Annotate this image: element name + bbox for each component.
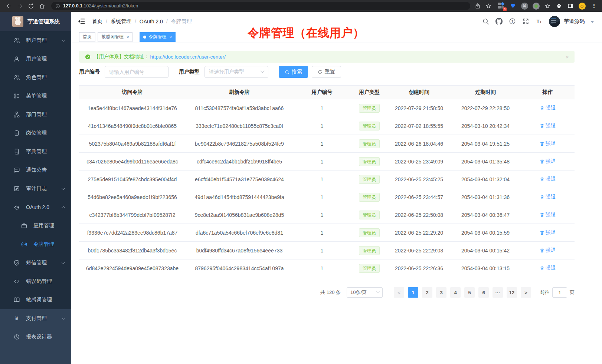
sidebar-item-oauth2-app[interactable]: 应用管理 <box>0 216 71 235</box>
gem-extension-icon[interactable] <box>509 2 517 10</box>
doc-link[interactable]: https://doc.iocoder.cn/user-center/ <box>150 54 226 60</box>
breadcrumb-item[interactable]: OAuth 2.0 <box>140 19 163 24</box>
sidebar-item-oauth2-token[interactable]: 令牌管理 <box>0 235 71 254</box>
sidebar-item-notice[interactable]: 通知公告 <box>0 161 71 179</box>
font-size-icon[interactable] <box>536 18 543 25</box>
sidebar-item-post[interactable]: 岗位管理 <box>0 124 71 142</box>
sidebar-menu: 租户管理 用户管理 角色管理 菜单管理 部门管理 岗位管理 字典管理 <box>0 31 71 364</box>
url-text: 127.0.0.1:1024/system/oauth2/token <box>63 3 138 9</box>
sidebar-item-dept[interactable]: 部门管理 <box>0 105 71 124</box>
annotation-text: 令牌管理（在线用户） <box>248 25 364 41</box>
user-type-badge: 管理员 <box>359 246 380 255</box>
tab-label: 令牌管理 <box>148 34 166 40</box>
user-id-input[interactable] <box>109 69 164 75</box>
page-button-12[interactable]: 12 <box>507 287 517 298</box>
next-page-button[interactable]: > <box>521 287 531 298</box>
browser-home-icon[interactable] <box>37 1 47 11</box>
prev-page-button[interactable]: < <box>394 287 404 298</box>
sidebar-item-pay[interactable]: 支付管理 <box>0 309 71 328</box>
star-extension-icon[interactable] <box>544 2 551 10</box>
share-icon[interactable] <box>475 3 481 9</box>
sidebar-item-error-code[interactable]: 错误码管理 <box>0 272 71 291</box>
force-logout-button[interactable]: 强退 <box>540 158 556 165</box>
address-bar[interactable]: 127.0.0.1:1024/system/oauth2/token <box>51 2 470 10</box>
page-size-select[interactable]: 10条/页 <box>347 287 383 298</box>
sidebar-item-user[interactable]: 用户管理 <box>0 50 71 68</box>
help-icon[interactable] <box>509 18 516 25</box>
emoji-extension-icon[interactable]: ☺ <box>578 2 586 10</box>
force-logout-button[interactable]: 强退 <box>540 211 556 218</box>
sidebar-item-label: 应用管理 <box>33 222 54 229</box>
sidebar-item-label: 审计日志 <box>26 185 47 192</box>
grid-extension-icon[interactable]: 9 <box>498 2 505 10</box>
alert-close-icon[interactable]: × <box>566 54 569 60</box>
page-button-6[interactable]: 6 <box>478 287 489 298</box>
command-extension-icon[interactable]: ⌘ <box>521 2 528 10</box>
app-logo[interactable]: 芋道管理系统 <box>0 12 71 31</box>
sidebar-item-oauth2[interactable]: OAuth 2.0 <box>0 198 71 216</box>
force-logout-button[interactable]: 强退 <box>540 176 556 182</box>
tab-close-icon[interactable]: × <box>127 35 129 39</box>
sidebar-item-audit-log[interactable]: 审计日志 <box>0 179 71 198</box>
chevron-down-icon <box>376 289 380 293</box>
force-logout-button[interactable]: 强退 <box>540 122 556 129</box>
page-button-5[interactable]: 5 <box>464 287 475 298</box>
force-logout-button[interactable]: 强退 <box>540 265 556 271</box>
browser-menu-icon[interactable]: ⋮ <box>590 3 598 9</box>
page-button-2[interactable]: 2 <box>422 287 432 298</box>
browser-forward-icon[interactable] <box>15 1 24 11</box>
search-button[interactable]: 搜索 <box>279 66 308 78</box>
chevron-down-icon[interactable] <box>591 21 594 23</box>
user-type-badge: 管理员 <box>359 264 380 273</box>
force-logout-button[interactable]: 强退 <box>540 105 556 111</box>
force-logout-button[interactable]: 强退 <box>540 140 556 147</box>
reset-button[interactable]: 重置 <box>312 66 341 78</box>
tab-home[interactable]: 首页 <box>79 32 95 42</box>
user-type-label: 用户类型 <box>179 69 200 75</box>
avatar[interactable] <box>549 16 560 27</box>
browser-back-icon[interactable] <box>4 1 13 11</box>
breadcrumb-item[interactable]: 系统管理 <box>111 18 131 25</box>
table-row: c347026e805e4d99b0d116eae66eda8c cdfc4ce… <box>79 153 575 171</box>
user-id-field[interactable] <box>105 66 169 78</box>
breadcrumb-item[interactable]: 首页 <box>92 18 102 25</box>
sidebar-item-role[interactable]: 角色管理 <box>0 68 71 87</box>
page-button-1[interactable]: 1 <box>408 287 418 298</box>
pager-pages: 123456···12 <box>404 287 517 298</box>
user-type-select[interactable]: 请选择用户类型 <box>205 66 268 78</box>
sidebar-item-dict[interactable]: 字典管理 <box>0 142 71 161</box>
sidebar-item-tenant[interactable]: 租户管理 <box>0 31 71 50</box>
sidebar-item-sms[interactable]: 短信管理 <box>0 254 71 272</box>
split-screen-icon[interactable] <box>567 2 574 10</box>
created-time-cell: 2022-06-25 22:29:03 <box>388 242 450 259</box>
tab-close-icon[interactable]: × <box>169 35 171 39</box>
puzzle-extension-icon[interactable] <box>555 2 563 10</box>
refresh-token-cell: 8796295f04064c2983414cc54af1097a <box>186 259 293 277</box>
bookmark-star-icon[interactable] <box>485 3 491 9</box>
created-time-cell: 2022-06-25 23:49:09 <box>388 153 450 171</box>
tab-sensitive-word[interactable]: 敏感词管理 × <box>98 32 132 42</box>
sidebar-item-sensitive-word[interactable]: 敏感词管理 <box>0 291 71 309</box>
force-logout-button[interactable]: 强退 <box>540 193 556 200</box>
tab-token[interactable]: 令牌管理 × <box>140 32 175 42</box>
table-header-row: 访问令牌刷新令牌用户编号用户类型创建时间过期时间操作 <box>79 86 575 99</box>
dict-icon <box>13 148 20 155</box>
browser-reload-icon[interactable] <box>26 1 36 11</box>
fullscreen-icon[interactable] <box>522 18 529 25</box>
username[interactable]: 芋道源码 <box>564 18 585 25</box>
sidebar-collapse-icon[interactable] <box>78 17 86 26</box>
github-icon[interactable] <box>495 18 503 25</box>
force-logout-button[interactable]: 强退 <box>540 247 556 254</box>
record-extension-icon[interactable] <box>532 2 540 10</box>
sidebar-item-menu[interactable]: 菜单管理 <box>0 87 71 105</box>
app-icon <box>21 222 27 229</box>
search-icon[interactable] <box>482 18 489 25</box>
pager-ellipsis[interactable]: ··· <box>493 287 503 298</box>
msg-icon <box>13 167 20 173</box>
page-button-3[interactable]: 3 <box>436 287 446 298</box>
site-info-icon[interactable] <box>55 4 60 9</box>
goto-page-input[interactable] <box>552 287 567 298</box>
force-logout-button[interactable]: 强退 <box>540 229 556 236</box>
page-button-4[interactable]: 4 <box>450 287 461 298</box>
sidebar-item-report-designer[interactable]: 报表设计器 <box>0 328 71 346</box>
